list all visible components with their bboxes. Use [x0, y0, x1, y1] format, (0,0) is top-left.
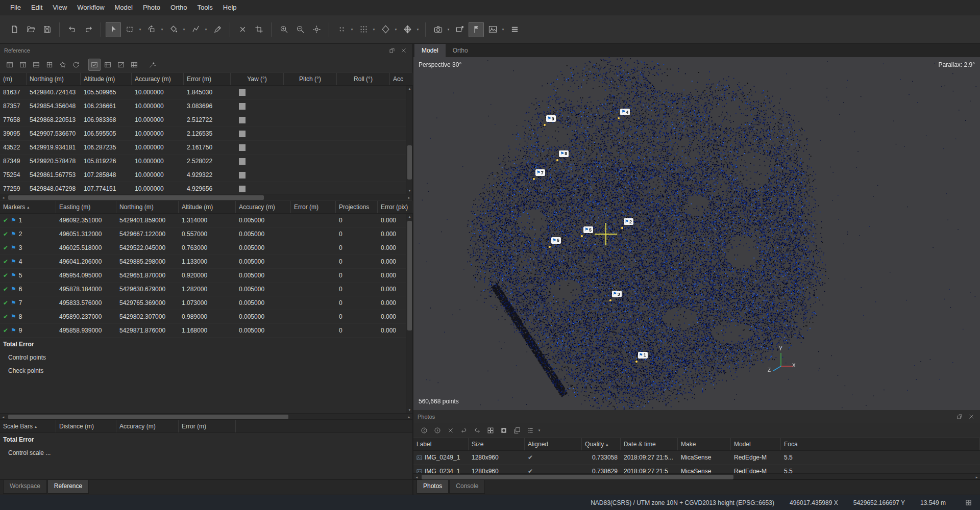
tab-reference[interactable]: Reference: [47, 480, 89, 494]
status-grid-icon[interactable]: [964, 498, 973, 507]
markers-horizontal-scrollbar[interactable]: ◄ ►: [0, 413, 412, 420]
camera-row[interactable]: 776585429868.220513106.98336810.0000002.…: [0, 113, 412, 127]
dropdown-arrow-icon[interactable]: ▾: [138, 28, 142, 32]
camera-row[interactable]: 772595429848.047298107.77415110.0000004.…: [0, 182, 412, 194]
circle-right-button[interactable]: [431, 424, 444, 437]
star-button[interactable]: [57, 59, 69, 71]
camera-row[interactable]: 752545429861.567753107.28584810.0000004.…: [0, 168, 412, 182]
column-header[interactable]: Model: [731, 438, 781, 450]
flip-left-button[interactable]: [458, 424, 470, 437]
image-flag-button[interactable]: [452, 22, 468, 37]
column-header[interactable]: Quality▴: [582, 438, 621, 450]
check-icon[interactable]: ✔: [3, 324, 8, 337]
marker-row[interactable]: ✔⚑3496025.5180005429522.0450000.7630000.…: [0, 241, 412, 255]
model-viewport[interactable]: Perspective 30° Parallax: 2.9° 560,668 p…: [413, 57, 980, 410]
tab-workspace[interactable]: Workspace: [3, 480, 47, 494]
dropdown-arrow-icon[interactable]: ▾: [204, 28, 208, 32]
camera-row[interactable]: 435225429919.934181106.28723510.0000002.…: [0, 141, 412, 155]
close-pane-icon[interactable]: [399, 46, 408, 55]
camera-row[interactable]: 873575429854.356048106.23666110.0000003.…: [0, 99, 412, 113]
layers-button[interactable]: [507, 22, 522, 37]
dropdown-arrow-icon[interactable]: ▾: [394, 28, 398, 32]
photo-row[interactable]: IMG_0249_11280x960✔0.7330582018:09:27 21…: [413, 451, 980, 465]
column-header[interactable]: Size: [469, 438, 525, 450]
column-header[interactable]: Error (m): [291, 201, 336, 213]
stack-button[interactable]: [511, 424, 523, 437]
column-header[interactable]: Roll (°): [337, 73, 390, 85]
rect-select-button[interactable]: [122, 22, 137, 37]
control-points-row[interactable]: Control points: [0, 351, 412, 364]
remove-button[interactable]: [445, 424, 457, 437]
control-scale-row[interactable]: Control scale ...: [0, 446, 412, 460]
marker-row[interactable]: ✔⚑1496092.3510005429401.8590001.3140000.…: [0, 214, 412, 227]
camera-row[interactable]: 873495429920.578478105.81922610.0000002.…: [0, 155, 412, 168]
scroll-down-arrow-icon[interactable]: ▼: [406, 188, 413, 194]
camera-button[interactable]: [430, 22, 446, 37]
viewport-marker-7[interactable]: ⚑7: [535, 169, 546, 181]
marker-row[interactable]: ✔⚑6495878.1840005429630.6790001.2820000.…: [0, 283, 412, 296]
check-points-row[interactable]: Check points: [0, 364, 412, 377]
zoom-out-button[interactable]: [292, 22, 308, 37]
image-button[interactable]: [485, 22, 500, 37]
undo-button[interactable]: [64, 22, 80, 37]
redo-button[interactable]: [81, 22, 96, 37]
viewport-marker-1[interactable]: ⚑1: [638, 352, 648, 363]
camera-row[interactable]: 390955429907.536670106.59550510.0000002.…: [0, 127, 412, 141]
markers-vertical-scrollbar[interactable]: ▲ ▼: [406, 214, 412, 413]
tab-console[interactable]: Console: [449, 480, 485, 494]
pen-tool-button[interactable]: [210, 22, 225, 37]
table-grid-button[interactable]: [128, 59, 140, 71]
scroll-right-arrow-icon[interactable]: ►: [973, 474, 980, 480]
menu-help[interactable]: Help: [218, 1, 242, 14]
column-header[interactable]: Accuracy (m): [116, 420, 179, 432]
dropdown-arrow-icon[interactable]: ▾: [182, 28, 186, 32]
cameras-horizontal-scrollbar[interactable]: ◄ ►: [0, 194, 412, 200]
photos-horizontal-scrollbar[interactable]: ◄ ►: [413, 473, 980, 479]
column-header[interactable]: Altitude (m): [179, 201, 236, 213]
flip-right-button[interactable]: [471, 424, 483, 437]
scroll-down-arrow-icon[interactable]: ▼: [406, 407, 413, 413]
new-document-button[interactable]: [7, 22, 22, 37]
column-header[interactable]: Scale Bars▴: [0, 420, 56, 432]
scroll-left-arrow-icon[interactable]: ◄: [413, 474, 420, 480]
viewport-marker-9[interactable]: ⚑9: [546, 115, 556, 126]
check-icon[interactable]: ✔: [3, 296, 8, 310]
column-header[interactable]: Error (m): [184, 73, 231, 85]
viewport-marker-6[interactable]: ⚑6: [551, 237, 561, 248]
photo-row[interactable]: IMG_0234_11280x960✔0.7386292018:09:27 21…: [413, 465, 980, 473]
menu-view[interactable]: View: [47, 1, 72, 14]
table-export-button[interactable]: [17, 59, 29, 71]
thumbnails-button[interactable]: [484, 424, 497, 437]
camera-row[interactable]: 816375429840.724143105.50996510.0000001.…: [0, 86, 412, 99]
crop-button[interactable]: [251, 22, 266, 37]
column-header[interactable]: Accuracy (m): [132, 73, 184, 85]
column-header[interactable]: Projections: [336, 201, 378, 213]
check-icon[interactable]: ✔: [3, 310, 8, 323]
check-icon[interactable]: ✔: [3, 255, 8, 268]
check-icon[interactable]: ✔: [3, 214, 8, 227]
navigation-button[interactable]: [309, 22, 324, 37]
viewport-marker-3[interactable]: ⚑3: [612, 291, 622, 302]
save-button[interactable]: [39, 22, 55, 37]
dropdown-arrow-icon[interactable]: ▾: [415, 28, 420, 32]
circle-left-button[interactable]: [418, 424, 430, 437]
tab-ortho[interactable]: Ortho: [446, 44, 475, 57]
table-lock-button[interactable]: [102, 59, 114, 71]
table-check-button[interactable]: [88, 59, 101, 71]
table-box-button[interactable]: [43, 59, 56, 71]
flag-button[interactable]: [469, 22, 484, 37]
check-icon[interactable]: ✔: [3, 227, 8, 241]
column-header[interactable]: Acc: [390, 73, 412, 85]
fill-tool-button[interactable]: [166, 22, 181, 37]
menu-workflow[interactable]: Workflow: [72, 1, 109, 14]
table-convert-button[interactable]: [30, 59, 42, 71]
scroll-up-arrow-icon[interactable]: ▲: [406, 86, 413, 92]
point-cloud-button[interactable]: [334, 22, 349, 37]
tab-photos[interactable]: Photos: [416, 480, 449, 494]
open-folder-button[interactable]: [23, 22, 38, 37]
list-view-button[interactable]: [524, 424, 536, 437]
column-header[interactable]: Altitude (m): [81, 73, 132, 85]
column-header[interactable]: Label: [413, 438, 469, 450]
column-header[interactable]: (m): [0, 73, 27, 85]
column-header[interactable]: Pitch (°): [284, 73, 337, 85]
